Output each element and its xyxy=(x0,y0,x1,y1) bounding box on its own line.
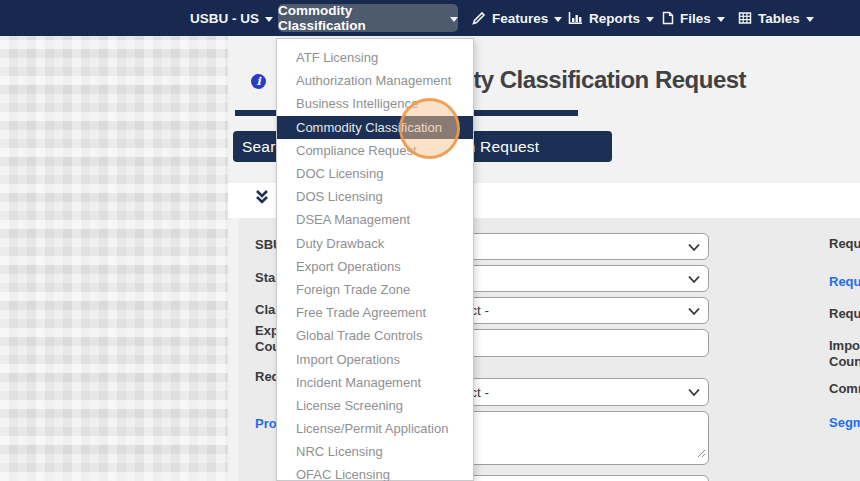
label-right-2-link[interactable]: Requ xyxy=(829,274,860,289)
menu-item-incident-management[interactable]: Incident Management xyxy=(277,371,473,394)
menu-item-license-screening[interactable]: License Screening xyxy=(277,394,473,417)
collapse-chevrons-icon[interactable] xyxy=(254,189,270,205)
blurred-background xyxy=(0,36,228,481)
nav-item-tables[interactable]: Tables xyxy=(738,0,814,36)
chevron-down-icon xyxy=(688,271,700,286)
chevron-down-icon xyxy=(806,17,814,22)
menu-item-dos-licensing[interactable]: DOS Licensing xyxy=(277,185,473,208)
nav-reports-label: Reports xyxy=(589,11,640,26)
nav-commodity-label: Commodity Classification xyxy=(278,3,443,33)
nav-item-reports[interactable]: Reports xyxy=(568,0,654,36)
menu-item-duty-drawback[interactable]: Duty Drawback xyxy=(277,232,473,255)
app-screen: i Commodity Classification Request Searc… xyxy=(0,0,860,481)
label-right-1: Requ xyxy=(829,236,860,251)
menu-item-license-permit-application[interactable]: License/Permit Application xyxy=(277,417,473,440)
label-right-5: Comm xyxy=(829,381,860,396)
chevron-down-icon xyxy=(646,17,654,22)
chevron-down-icon xyxy=(688,239,700,254)
label-status: Sta xyxy=(255,270,275,285)
top-navbar: USBU - US Commodity Classification Featu… xyxy=(0,0,860,36)
menu-item-import-operations[interactable]: Import Operations xyxy=(277,347,473,370)
module-dropdown-menu: ATF Licensing Authorization Management B… xyxy=(276,38,474,481)
nav-item-usbu[interactable]: USBU - US xyxy=(190,0,273,36)
chevron-down-icon xyxy=(688,385,700,400)
nav-item-features[interactable]: Features xyxy=(472,0,562,36)
chevron-down-icon xyxy=(450,17,458,22)
label-classification: Cla xyxy=(255,302,275,317)
menu-item-nrc-licensing[interactable]: NRC Licensing xyxy=(277,440,473,463)
nav-tables-label: Tables xyxy=(758,11,800,26)
menu-item-ofac-licensing[interactable]: OFAC Licensing xyxy=(277,463,473,481)
label-segment-link[interactable]: Segm xyxy=(829,415,860,430)
menu-item-atf-licensing[interactable]: ATF Licensing xyxy=(277,46,473,69)
chevron-down-icon xyxy=(688,303,700,318)
info-icon-glyph: i xyxy=(256,75,260,88)
bar-chart-icon xyxy=(568,11,583,25)
nav-features-label: Features xyxy=(492,11,548,26)
nav-files-label: Files xyxy=(680,11,711,26)
nav-item-commodity-classification[interactable]: Commodity Classification xyxy=(278,4,458,32)
info-icon[interactable]: i xyxy=(251,74,266,89)
chevron-down-icon xyxy=(554,17,562,22)
menu-item-business-intelligence[interactable]: Business Intelligence xyxy=(277,92,473,115)
nav-item-files[interactable]: Files xyxy=(662,0,725,36)
menu-item-dsea-management[interactable]: DSEA Management xyxy=(277,208,473,231)
pencil-icon xyxy=(472,11,486,25)
menu-item-doc-licensing[interactable]: DOC Licensing xyxy=(277,162,473,185)
table-icon xyxy=(738,11,752,25)
menu-item-global-trade-controls[interactable]: Global Trade Controls xyxy=(277,324,473,347)
menu-item-compliance-request[interactable]: Compliance Request xyxy=(277,139,473,162)
menu-item-authorization-management[interactable]: Authorization Management xyxy=(277,69,473,92)
menu-item-export-operations[interactable]: Export Operations xyxy=(277,255,473,278)
nav-usbu-label: USBU - US xyxy=(190,11,259,26)
label-import-line2: Coun xyxy=(829,354,860,369)
file-icon xyxy=(662,11,674,25)
menu-item-commodity-classification[interactable]: Commodity Classification xyxy=(277,116,473,139)
label-product-link[interactable]: Pro xyxy=(255,416,277,431)
label-right-3: Requ xyxy=(829,306,860,321)
chevron-down-icon xyxy=(265,17,273,22)
label-import-line1: Impor xyxy=(829,338,860,353)
resize-grip-icon[interactable] xyxy=(696,444,706,462)
menu-item-free-trade-agreement[interactable]: Free Trade Agreement xyxy=(277,301,473,324)
chevron-down-icon xyxy=(717,17,725,22)
menu-item-foreign-trade-zone[interactable]: Foreign Trade Zone xyxy=(277,278,473,301)
